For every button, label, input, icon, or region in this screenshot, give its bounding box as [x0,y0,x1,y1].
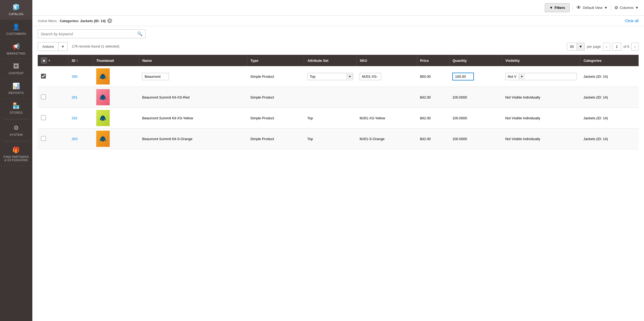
row-checkbox[interactable] [41,94,46,99]
col-price: Price [417,55,449,66]
row-checkbox[interactable] [41,74,46,79]
page-of-label: of 9 [624,45,629,49]
row-visibility: Not Visible Individually [502,129,580,149]
per-page-arrow[interactable]: ▼ [577,43,585,50]
actions-dropdown-arrow[interactable]: ▼ [58,42,67,51]
search-bar: 🔍 [32,26,644,38]
page-number: 1 [612,43,621,50]
sidebar-item-system[interactable]: ⚙ SYSTEM [0,121,32,140]
reports-icon: 📊 [12,83,20,90]
system-icon: ⚙ [13,124,19,131]
product-thumbnail: 🧥 [96,131,110,147]
actions-label[interactable]: Actions [38,42,58,51]
row-quantity: 100.0000 [449,108,502,129]
row-name: Beaumont Summit Kit-XS-Yellow [139,108,247,129]
row-categories: Jackets (ID: 14) [580,129,639,149]
row-price: $42.00 [417,108,449,129]
row-type: Simple Product [247,129,304,149]
table-row: 262 🧥 Beaumont Summit Kit-XS-Yellow Simp… [38,108,639,129]
col-id[interactable]: ID ↕ [68,55,93,66]
row-sku [356,87,417,108]
visibility-select[interactable]: Not V ▼ [505,73,577,80]
clear-all-button[interactable]: Clear all [625,19,639,23]
table-row: 261 🧥 Beaumont Summit Kit-XS-Red Simple … [38,87,639,108]
sidebar-item-customers[interactable]: 👤 CUSTOMERS [0,20,32,39]
sidebar: 🧊 CATALOG 👤 CUSTOMERS 📢 MARKETING 🖼 CONT… [0,0,32,321]
next-page-button[interactable]: › [631,43,639,51]
view-chevron-icon: ▼ [604,6,608,10]
visibility-arrow[interactable]: ▼ [519,74,525,79]
prev-page-button[interactable]: ‹ [603,43,610,51]
sidebar-item-find-partners[interactable]: 🎁 FIND PARTNERS & EXTENSIONS [0,143,32,166]
sidebar-item-catalog[interactable]: 🧊 CATALOG [0,0,32,20]
col-attribute-set: Attribute Set [304,55,356,66]
per-page-select[interactable]: 20 ▼ [567,43,585,50]
row-thumbnail: 🧥 [93,87,139,108]
per-page-label: per page [587,45,601,49]
toolbar-divider [573,5,573,11]
attribute-set-select[interactable]: Top ▼ [307,73,353,80]
columns-button[interactable]: ⚙ Columns ▼ [614,5,639,10]
row-type: Simple Product [247,108,304,129]
sidebar-item-content[interactable]: 🖼 CONTENT [0,59,32,79]
toolbar: ▼ Filters 👁 Default View ▼ ⚙ Columns ▼ [32,0,644,16]
col-thumbnail: Thumbnail [93,55,139,66]
product-id-link[interactable]: 261 [72,95,78,99]
sidebar-item-marketing[interactable]: 📢 MARKETING [0,39,32,59]
sidebar-item-label: STORES [10,111,23,114]
table-header: ■ ▼ ID ↕ Thumbnail Name Type Attribute S… [38,55,639,66]
row-name: Beaumont Summit Kit-S-Orange [139,129,247,149]
row-id: 260 [68,66,93,87]
product-id-link[interactable]: 263 [72,137,78,141]
columns-chevron-icon: ▼ [635,6,639,10]
select-all-button[interactable]: ■ [41,58,47,63]
columns-label: Columns [620,6,633,10]
eye-icon: 👁 [576,5,581,11]
visibility-value: Not V [505,73,519,80]
row-sku: MJ01-S-Orange [356,129,417,149]
select-all-arrow[interactable]: ▼ [48,59,51,62]
quantity-edit-input[interactable] [452,73,474,80]
row-attribute-set: Top ▼ [304,66,356,87]
product-id-link[interactable]: 262 [72,116,78,120]
row-attribute-set: Top [304,129,356,149]
per-page-value: 20 [567,43,576,50]
product-id-link[interactable]: 260 [72,75,78,79]
col-checkbox: ■ ▼ [38,55,68,66]
name-edit-input[interactable] [142,73,169,80]
stores-icon: 🏪 [12,102,20,109]
search-input[interactable] [41,32,135,36]
row-quantity: 100.0000 [449,129,502,149]
row-checkbox[interactable] [41,115,46,120]
row-checkbox-cell [38,66,68,87]
col-type: Type [247,55,304,66]
row-sku: MJ01-XS-Yellow [356,108,417,129]
filter-remove-button[interactable]: ✕ [107,18,112,23]
find-partners-icon: 🎁 [12,147,20,154]
product-thumbnail: 🧥 [96,89,110,105]
filters-button[interactable]: ▼ Filters [545,3,570,12]
row-checkbox-cell [38,87,68,108]
filters-label: Filters [555,6,565,10]
row-price: $42.00 [417,129,449,149]
sidebar-item-label: CONTENT [9,72,24,75]
main-content: ▼ Filters 👁 Default View ▼ ⚙ Columns ▼ A… [32,0,644,321]
row-quantity [449,66,502,87]
actions-dropdown-button[interactable]: Actions ▼ [38,42,68,51]
active-filters-label: Active filters: [38,19,58,23]
sku-edit-input[interactable] [360,73,381,80]
row-checkbox-cell [38,129,68,149]
view-selector[interactable]: 👁 Default View ▼ [576,5,608,11]
col-categories: Categories [580,55,639,66]
row-visibility: Not V ▼ [502,66,580,87]
row-thumbnail: 🧥 [93,129,139,149]
filter-icon: ▼ [549,6,553,10]
row-checkbox[interactable] [41,136,46,141]
pagination: 20 ▼ per page ‹ 1 of 9 › [567,43,639,51]
row-checkbox-cell [38,108,68,129]
attribute-set-arrow[interactable]: ▼ [347,74,353,79]
sidebar-item-reports[interactable]: 📊 REPORTS [0,79,32,99]
product-thumbnail: 🧥 [96,68,110,85]
sidebar-item-stores[interactable]: 🏪 STORES [0,99,32,118]
search-icon[interactable]: 🔍 [137,31,143,36]
